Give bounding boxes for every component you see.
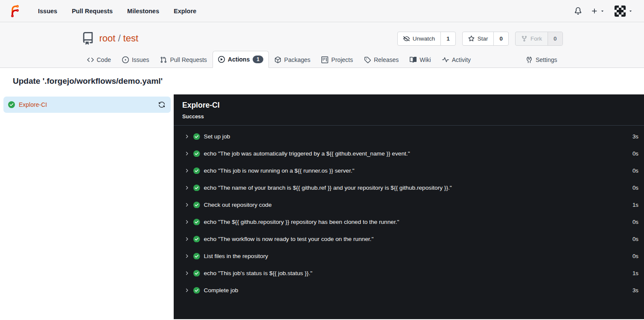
stars-count[interactable]: 0 bbox=[493, 32, 508, 45]
step-name: Complete job bbox=[204, 287, 239, 294]
step-name: echo "This job's status is ${{ job.statu… bbox=[204, 270, 312, 276]
job-item-explore-ci[interactable]: Explore-CI bbox=[3, 97, 171, 113]
nav-item-issues[interactable]: Issues bbox=[32, 4, 63, 18]
nav-item-milestones[interactable]: Milestones bbox=[122, 4, 165, 18]
jobs-sidebar: Explore-CI bbox=[0, 94, 174, 319]
success-check-icon bbox=[193, 219, 200, 226]
fork-button-group: Fork 0 bbox=[515, 32, 563, 46]
success-check-icon bbox=[193, 270, 200, 277]
watchers-count[interactable]: 1 bbox=[440, 32, 455, 45]
tab-packages[interactable]: Packages bbox=[269, 52, 316, 68]
unwatch-label: Unwatch bbox=[413, 35, 435, 42]
tab-projects[interactable]: Projects bbox=[316, 52, 358, 68]
nav-item-explore[interactable]: Explore bbox=[168, 4, 202, 18]
tools-icon bbox=[526, 56, 533, 63]
repo-name-link[interactable]: test bbox=[123, 33, 138, 44]
step-duration: 1s bbox=[632, 270, 638, 276]
chevron-right-icon[interactable] bbox=[184, 185, 189, 191]
tab-activity-label: Activity bbox=[452, 56, 471, 63]
step-row[interactable]: Complete job 3s bbox=[174, 282, 644, 299]
chevron-right-icon[interactable] bbox=[184, 270, 189, 276]
tab-releases[interactable]: Releases bbox=[358, 52, 404, 68]
steps-list: Set up job 3s echo "The job was automati… bbox=[174, 126, 644, 299]
step-duration: 0s bbox=[632, 185, 638, 191]
step-name: echo "This job is now running on a ${{ r… bbox=[204, 167, 355, 174]
step-row[interactable]: echo "The job was automatically triggere… bbox=[174, 145, 644, 162]
forgejo-logo-icon[interactable] bbox=[9, 5, 21, 18]
unwatch-button[interactable]: Unwatch bbox=[398, 32, 441, 45]
tab-settings[interactable]: Settings bbox=[520, 52, 563, 68]
play-circle-icon bbox=[218, 56, 225, 63]
tab-activity[interactable]: Activity bbox=[437, 52, 476, 68]
step-name: echo "The workflow is now ready to test … bbox=[204, 236, 374, 242]
repo-action-buttons: Unwatch 1 Star 0 Fork 0 bbox=[397, 32, 563, 46]
success-check-icon bbox=[193, 150, 200, 157]
chevron-right-icon[interactable] bbox=[184, 151, 189, 156]
tab-issues[interactable]: Issues bbox=[117, 52, 154, 68]
fork-icon bbox=[521, 35, 527, 42]
nav-item-pull-requests[interactable]: Pull Requests bbox=[66, 4, 118, 18]
user-menu-dropdown[interactable] bbox=[614, 5, 633, 17]
chevron-right-icon[interactable] bbox=[184, 288, 189, 293]
success-check-icon bbox=[193, 185, 200, 191]
chevron-right-icon[interactable] bbox=[184, 202, 189, 208]
plus-icon bbox=[591, 8, 598, 15]
repo-header: root/test Unwatch 1 Star 0 bbox=[0, 22, 644, 68]
tab-settings-label: Settings bbox=[536, 56, 557, 63]
tab-pull-requests-label: Pull Requests bbox=[170, 56, 207, 63]
run-panel-job-title: Explore-CI bbox=[182, 101, 635, 110]
chevron-right-icon[interactable] bbox=[184, 134, 189, 139]
chevron-right-icon[interactable] bbox=[184, 219, 189, 225]
tab-actions[interactable]: Actions 1 bbox=[213, 51, 269, 68]
tab-code-label: Code bbox=[97, 56, 111, 63]
step-row[interactable]: echo "This job's status is ${{ job.statu… bbox=[174, 264, 644, 282]
run-status-text: Success bbox=[182, 114, 635, 120]
step-name: Check out repository code bbox=[204, 202, 272, 208]
success-check-icon bbox=[193, 236, 200, 243]
chevron-right-icon[interactable] bbox=[184, 236, 189, 242]
notifications-bell-icon[interactable] bbox=[574, 7, 582, 15]
star-icon bbox=[468, 35, 475, 42]
tab-projects-label: Projects bbox=[331, 56, 353, 63]
step-duration: 1s bbox=[632, 202, 638, 208]
step-row[interactable]: List files in the repository 0s bbox=[174, 247, 644, 264]
step-row[interactable]: echo "The ${{ github.repository }} repos… bbox=[174, 213, 644, 230]
create-new-dropdown[interactable] bbox=[591, 8, 605, 15]
repo-owner-link[interactable]: root bbox=[99, 33, 116, 44]
step-row[interactable]: echo "The workflow is now ready to test … bbox=[174, 230, 644, 247]
run-title: Update '.forgejo/workflows/demo.yaml' bbox=[0, 68, 644, 94]
repo-book-icon bbox=[82, 32, 94, 45]
tab-actions-label: Actions bbox=[228, 56, 250, 63]
book-icon bbox=[410, 56, 417, 63]
step-duration: 0s bbox=[632, 219, 638, 225]
fork-button[interactable]: Fork bbox=[516, 32, 548, 45]
git-pull-request-icon bbox=[160, 56, 167, 63]
step-row[interactable]: Set up job 3s bbox=[174, 128, 644, 145]
navbar-left: Issues Pull Requests Milestones Explore bbox=[9, 4, 202, 18]
step-row[interactable]: Check out repository code 1s bbox=[174, 196, 644, 213]
forks-count[interactable]: 0 bbox=[548, 32, 562, 45]
step-duration: 3s bbox=[632, 133, 638, 140]
tab-pull-requests[interactable]: Pull Requests bbox=[154, 52, 212, 68]
star-button-group: Star 0 bbox=[462, 32, 509, 46]
chevron-right-icon[interactable] bbox=[184, 168, 189, 173]
star-button[interactable]: Star bbox=[463, 32, 494, 45]
tab-packages-label: Packages bbox=[284, 56, 310, 63]
tab-wiki[interactable]: Wiki bbox=[404, 52, 436, 68]
actions-count-badge: 1 bbox=[253, 56, 263, 63]
unwatch-button-group: Unwatch 1 bbox=[397, 32, 456, 46]
tab-code[interactable]: Code bbox=[82, 52, 117, 68]
step-row[interactable]: echo "This job is now running on a ${{ r… bbox=[174, 162, 644, 179]
job-name: Explore-CI bbox=[19, 101, 47, 108]
step-name: echo "The job was automatically triggere… bbox=[204, 150, 410, 157]
repo-breadcrumb: root/test bbox=[82, 32, 139, 45]
step-row[interactable]: echo "The name of your branch is ${{ git… bbox=[174, 179, 644, 196]
tab-releases-label: Releases bbox=[374, 56, 399, 63]
step-name: Set up job bbox=[204, 133, 230, 140]
avatar bbox=[614, 5, 626, 17]
step-duration: 3s bbox=[632, 287, 638, 294]
step-duration: 0s bbox=[632, 253, 638, 259]
rerun-job-icon[interactable] bbox=[158, 101, 165, 108]
success-check-icon bbox=[8, 101, 15, 108]
chevron-right-icon[interactable] bbox=[184, 253, 189, 259]
